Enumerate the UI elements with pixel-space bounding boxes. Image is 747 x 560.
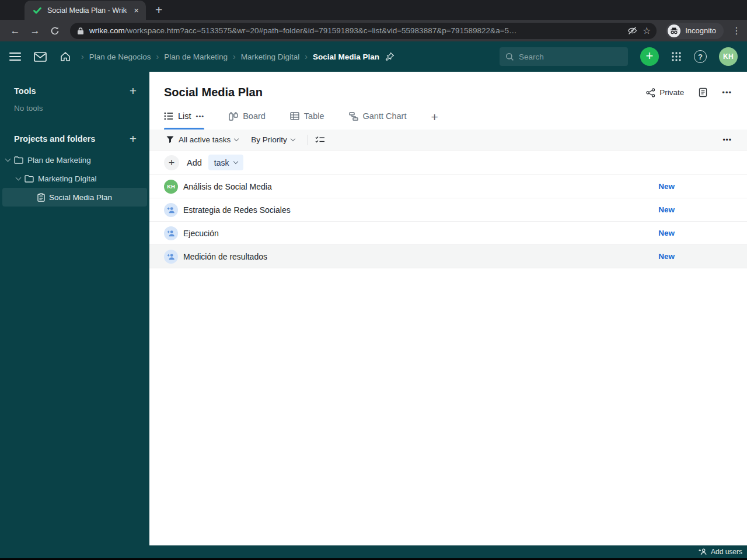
pin-icon[interactable] — [385, 52, 395, 61]
browser-menu-icon[interactable]: ⋮ — [732, 25, 741, 36]
list-view-icon — [164, 112, 173, 120]
incognito-icon — [668, 24, 680, 37]
add-assignee-icon[interactable] — [164, 250, 178, 264]
help-icon[interactable]: ? — [694, 50, 707, 63]
board-view-icon — [229, 112, 238, 121]
assignee-avatar[interactable]: KH — [164, 180, 178, 194]
task-title[interactable]: Análisis de Social Media — [183, 182, 272, 191]
status-badge[interactable]: New — [658, 182, 675, 191]
divider — [308, 135, 308, 145]
eye-off-icon[interactable] — [627, 26, 637, 36]
clipboard-icon[interactable] — [699, 88, 707, 97]
fields-checklist-icon[interactable] — [315, 136, 325, 144]
chevron-down-icon — [291, 136, 295, 141]
apps-grid-icon[interactable] — [671, 51, 682, 62]
tree-item-label: Plan de Marketing — [27, 156, 91, 164]
task-title[interactable]: Ejecución — [183, 229, 219, 238]
filter-more-icon[interactable]: ••• — [722, 136, 732, 144]
hamburger-menu-icon[interactable] — [9, 52, 21, 61]
tab-label: Gantt Chart — [363, 111, 407, 121]
add-project-button[interactable]: + — [130, 132, 137, 145]
more-options-icon[interactable]: ••• — [722, 88, 732, 97]
status-badge[interactable]: New — [658, 205, 675, 214]
filter-dropdown[interactable]: All active tasks — [179, 135, 238, 144]
gantt-view-icon — [349, 112, 358, 121]
tab-label: Table — [304, 111, 324, 121]
share-private-button[interactable]: Private — [646, 88, 684, 97]
breadcrumb: › Plan de Negocios › Plan de Marketing ›… — [76, 52, 395, 61]
header-actions: + ? KH — [500, 47, 738, 66]
breadcrumb-item[interactable]: Plan de Marketing — [164, 52, 228, 61]
search-input[interactable] — [519, 52, 622, 61]
wrike-app: › Plan de Negocios › Plan de Marketing ›… — [0, 41, 747, 560]
projects-title: Projects and folders — [14, 134, 130, 144]
tab-label: Board — [243, 111, 266, 121]
search-icon — [505, 52, 514, 61]
add-view-button[interactable]: + — [431, 111, 438, 130]
tab-table[interactable]: Table — [290, 111, 324, 130]
task-title[interactable]: Estrategia de Redes Sociales — [183, 205, 291, 215]
breadcrumb-sep-icon: › — [305, 52, 308, 61]
bookmark-star-icon[interactable]: ☆ — [643, 25, 651, 36]
new-tab-button[interactable]: + — [155, 4, 162, 16]
status-badge[interactable]: New — [658, 229, 675, 237]
share-icon — [646, 88, 655, 97]
incognito-label: Incognito — [685, 26, 716, 35]
home-icon[interactable] — [60, 51, 71, 62]
tab-list[interactable]: List ••• — [164, 111, 204, 130]
folder-item-icon — [37, 193, 45, 202]
tree-item-label: Marketing Digital — [38, 174, 97, 183]
add-tool-button[interactable]: + — [130, 85, 137, 97]
chevron-down-icon — [234, 136, 239, 141]
add-assignee-icon[interactable] — [164, 203, 178, 217]
add-type-dropdown[interactable]: task — [208, 155, 243, 170]
status-badge[interactable]: New — [658, 252, 675, 261]
lock-icon — [77, 27, 84, 35]
add-task-button[interactable]: + — [164, 155, 179, 170]
breadcrumb-item[interactable]: Marketing Digital — [241, 52, 300, 61]
tools-section-header: Tools + — [0, 85, 149, 97]
breadcrumb-sep-icon: › — [233, 52, 236, 61]
projects-section-header: Projects and folders + — [0, 132, 149, 145]
project-tree: Plan de Marketing Marketing Digital Soci… — [0, 150, 149, 206]
breadcrumb-item[interactable]: Plan de Negocios — [89, 52, 151, 61]
app-header: › Plan de Negocios › Plan de Marketing ›… — [0, 41, 747, 72]
chevron-down-icon[interactable] — [5, 156, 11, 162]
tree-item-plan-de-marketing[interactable]: Plan de Marketing — [0, 150, 149, 169]
user-avatar[interactable]: KH — [719, 47, 738, 66]
task-row[interactable]: Estrategia de Redes Sociales New — [149, 198, 747, 222]
tree-item-marketing-digital[interactable]: Marketing Digital — [0, 169, 149, 188]
add-label[interactable]: Add — [187, 158, 202, 167]
address-bar[interactable]: wrike.com/workspace.htm?acc=5133575&wr=2… — [70, 23, 657, 39]
sort-dropdown[interactable]: By Priority — [251, 135, 295, 144]
back-button[interactable]: ← — [7, 26, 23, 36]
task-row[interactable]: KH Análisis de Social Media New — [149, 175, 747, 198]
tree-item-social-media-plan[interactable]: Social Media Plan — [2, 188, 147, 206]
tools-title: Tools — [14, 86, 130, 96]
tab-board[interactable]: Board — [229, 111, 266, 130]
tab-close-icon[interactable]: × — [132, 6, 140, 15]
tab-options-icon[interactable]: ••• — [196, 113, 205, 120]
add-assignee-icon[interactable] — [164, 226, 178, 240]
create-new-button[interactable]: + — [640, 47, 659, 66]
forward-button[interactable]: → — [27, 26, 43, 36]
breadcrumb-current[interactable]: Social Media Plan — [313, 52, 379, 61]
main-header-actions: Private ••• — [646, 88, 732, 97]
inbox-mail-icon[interactable] — [34, 52, 47, 62]
task-title[interactable]: Medición de resultados — [183, 252, 267, 261]
add-users-button[interactable]: Add users — [711, 548, 742, 556]
tab-gantt-chart[interactable]: Gantt Chart — [349, 111, 407, 130]
search-box[interactable] — [500, 47, 628, 66]
url-host: wrike.com — [89, 26, 125, 35]
folder-icon — [14, 156, 23, 164]
wrike-favicon-icon — [33, 6, 42, 15]
reload-button[interactable] — [47, 26, 63, 36]
filter-funnel-icon — [166, 136, 174, 144]
main-header: Social Media Plan Private ••• — [149, 72, 747, 105]
app-body: Tools + No tools Projects and folders + … — [0, 72, 747, 545]
task-row[interactable]: Ejecución New — [149, 222, 747, 245]
task-row[interactable]: Medición de resultados New — [149, 245, 747, 268]
chevron-down-icon[interactable] — [16, 174, 22, 180]
filter-label: All active tasks — [179, 135, 231, 144]
browser-tab[interactable]: Social Media Plan - Wrike × — [25, 1, 146, 20]
